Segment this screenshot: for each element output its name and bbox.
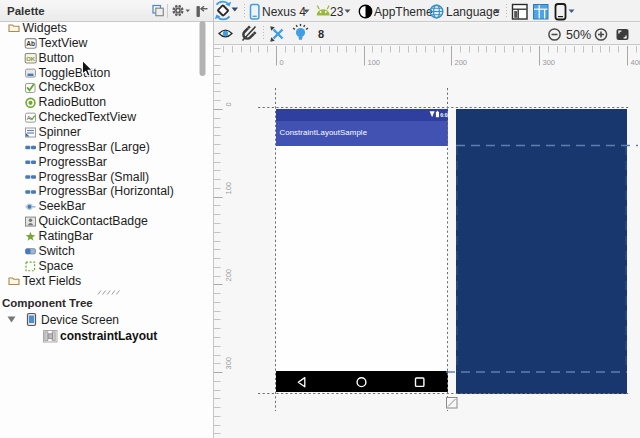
svg-text:400: 400 <box>631 58 640 67</box>
svg-text:Ab: Ab <box>26 40 35 47</box>
svg-text:100: 100 <box>224 182 233 195</box>
svg-text:OK: OK <box>26 56 36 62</box>
svg-text:200: 200 <box>224 269 233 282</box>
svg-text:300: 300 <box>224 357 233 370</box>
svg-text:300: 300 <box>543 58 556 67</box>
svg-text:0: 0 <box>280 58 284 67</box>
svg-text:6:00: 6:00 <box>440 112 450 118</box>
svg-text:100: 100 <box>368 58 381 67</box>
svg-text:200: 200 <box>455 58 468 67</box>
svg-text:0: 0 <box>224 102 233 106</box>
